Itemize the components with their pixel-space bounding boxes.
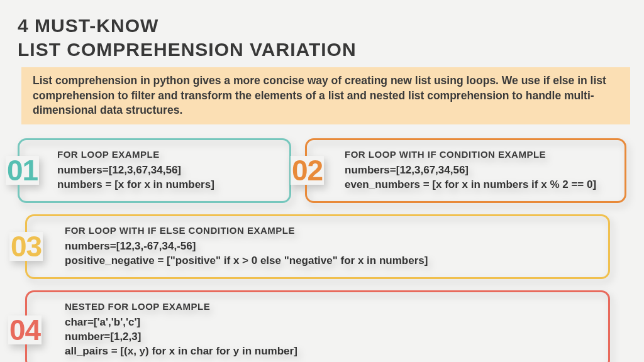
- title-line-1: 4 MUST-KNOW: [18, 15, 158, 36]
- card-code-1: numbers=[12,3,67,34,56] numbers = [x for…: [57, 163, 277, 192]
- card-code-2: numbers=[12,3,67,34,56] even_numbers = […: [345, 163, 612, 192]
- card-code-3: numbers=[12,3,-67,34,-56] positive_negat…: [65, 239, 596, 268]
- card-title-3: FOR LOOP WITH IF ELSE CONDITION EXAMPLE: [65, 225, 596, 236]
- card-title-4: NESTED FOR LOOP EXAMPLE: [65, 301, 596, 312]
- card-number-1: 01: [6, 156, 39, 185]
- card-number-2: 02: [291, 156, 324, 185]
- card-for-loop-if-else: 03 FOR LOOP WITH IF ELSE CONDITION EXAMP…: [25, 214, 610, 279]
- card-for-loop-if: 02 FOR LOOP WITH IF CONDITION EXAMPLE nu…: [305, 138, 626, 203]
- card-number-3: 03: [9, 232, 43, 261]
- card-code-4: char=['a','b','c'] number=[1,2,3] all_pa…: [65, 315, 596, 359]
- intro-banner: List comprehension in python gives a mor…: [21, 67, 630, 124]
- card-row-1: 01 FOR LOOP EXAMPLE numbers=[12,3,67,34,…: [18, 138, 626, 203]
- card-number-4: 04: [8, 315, 42, 344]
- card-row-3: 04 NESTED FOR LOOP EXAMPLE char=['a','b'…: [18, 290, 626, 362]
- card-row-2: 03 FOR LOOP WITH IF ELSE CONDITION EXAMP…: [18, 214, 626, 279]
- page-title: 4 MUST-KNOW LIST COMPREHENSION VARIATION: [18, 14, 626, 61]
- card-for-loop: 01 FOR LOOP EXAMPLE numbers=[12,3,67,34,…: [18, 138, 291, 203]
- cards-container: 01 FOR LOOP EXAMPLE numbers=[12,3,67,34,…: [18, 138, 626, 362]
- title-line-2: LIST COMPREHENSION VARIATION: [18, 39, 357, 60]
- card-title-2: FOR LOOP WITH IF CONDITION EXAMPLE: [345, 149, 612, 160]
- card-title-1: FOR LOOP EXAMPLE: [57, 149, 277, 160]
- card-nested-for-loop: 04 NESTED FOR LOOP EXAMPLE char=['a','b'…: [25, 290, 610, 362]
